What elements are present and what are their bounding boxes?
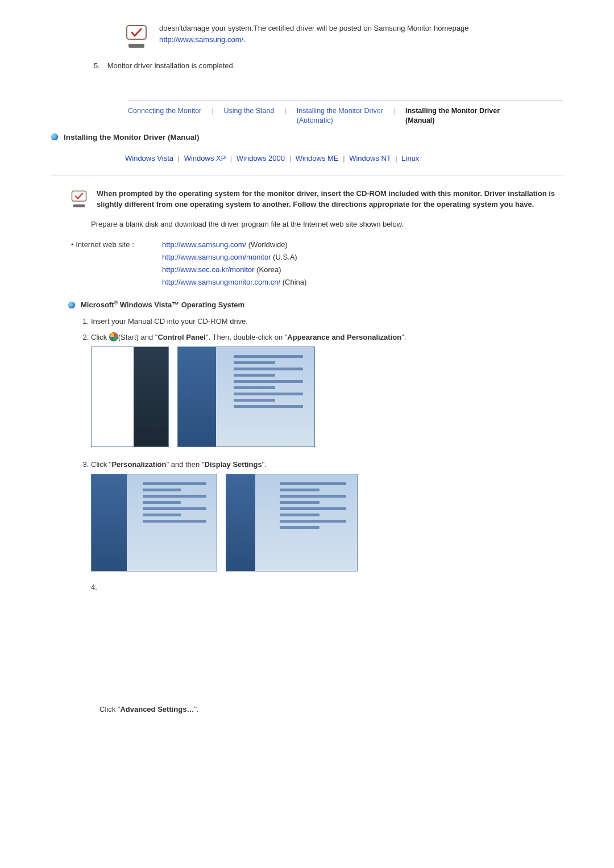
tab-sep: |	[211, 106, 213, 115]
bullet-icon	[51, 133, 58, 140]
url-suffix: (Korea)	[255, 265, 281, 274]
svg-rect-1	[73, 204, 85, 207]
tab-driver-auto[interactable]: Installing the Monitor Driver (Automatic…	[297, 106, 383, 126]
url-china[interactable]: http://www.samsungmonitor.com.cn/	[162, 278, 280, 286]
prompt-text: When prompted by the operating system fo…	[97, 188, 563, 210]
heading-install-manual: Installing the Monitor Driver (Manual)	[51, 133, 563, 141]
tab-sep: |	[393, 106, 395, 115]
section-tabs: Connecting the Monitor | Using the Stand…	[128, 100, 563, 126]
link-xp[interactable]: Windows XP	[184, 154, 226, 162]
prepare-text: Prepare a blank disk and download the dr…	[91, 219, 563, 230]
os-link-row: Windows Vista | Windows XP | Windows 200…	[125, 154, 563, 162]
vista-steps: Insert your Manual CD into your CD-ROM d…	[77, 315, 563, 571]
intro-text: doesn'tdamage your system.The certified …	[159, 23, 563, 45]
url-suffix: (Worldwide)	[246, 240, 288, 249]
divider: |	[230, 154, 232, 162]
url-suffix: (China)	[280, 278, 306, 286]
driver-check-icon-small	[71, 190, 88, 211]
heading-text: Installing the Monitor Driver (Manual)	[64, 133, 200, 141]
url-usa[interactable]: http://www.samsung.com/monitor	[162, 253, 271, 261]
step-5-text: Monitor driver installation is completed…	[107, 61, 235, 70]
svg-rect-0	[128, 44, 144, 48]
samsung-link[interactable]: http://www.samsung.com/	[159, 35, 243, 44]
link-linux[interactable]: Linux	[401, 154, 419, 162]
step-5-row: 5. Monitor driver installation is comple…	[94, 60, 563, 72]
step-1: Insert your Manual CD into your CD-ROM d…	[91, 315, 563, 328]
prompt-block: When prompted by the operating system fo…	[71, 188, 563, 211]
heading-vista: Microsoft® Windows Vista™ Operating Syst…	[68, 300, 563, 309]
internet-label: Internet web site :	[71, 239, 151, 289]
link-nt[interactable]: Windows NT	[349, 154, 391, 162]
url-worldwide[interactable]: http://www.samsung.com/	[162, 240, 246, 249]
start-orb-icon	[109, 332, 118, 341]
link-2000[interactable]: Windows 2000	[237, 154, 285, 162]
divider-line	[51, 175, 563, 176]
divider: |	[289, 154, 291, 162]
step-number: 5.	[94, 60, 105, 72]
tab-connect[interactable]: Connecting the Monitor	[128, 106, 201, 126]
link-me[interactable]: Windows ME	[296, 154, 339, 162]
tab-driver-manual[interactable]: Installing the Monitor Driver (Manual)	[405, 106, 500, 126]
display-settings-screenshot	[226, 474, 358, 571]
url-korea[interactable]: http://www.sec.co.kr/monitor	[162, 265, 255, 274]
control-panel-screenshot	[177, 347, 315, 447]
link-vista[interactable]: Windows Vista	[125, 154, 173, 162]
divider: |	[178, 154, 180, 162]
internet-sites: Internet web site : http://www.samsung.c…	[71, 239, 563, 289]
bullet-icon	[68, 302, 75, 308]
divider: |	[395, 154, 397, 162]
step-4-text: Click "Advanced Settings…".	[99, 705, 563, 713]
start-menu-screenshot	[91, 347, 169, 447]
tab-sep: |	[284, 106, 286, 115]
url-suffix: (U.S.A)	[271, 253, 297, 261]
tab-stand[interactable]: Using the Stand	[224, 106, 275, 126]
driver-check-icon	[125, 24, 148, 50]
step-3: Click "Personalization" and then "Displa…	[91, 458, 563, 571]
period: .	[243, 35, 246, 44]
heading-vista-text: Microsoft® Windows Vista™ Operating Syst…	[81, 300, 244, 309]
personalization-screenshot	[91, 474, 217, 571]
step-2: Click (Start) and "Control Panel". Then,…	[91, 331, 563, 447]
divider: |	[343, 154, 345, 162]
step-4-number: 4.	[91, 583, 563, 591]
internet-url-list: http://www.samsung.com/ (Worldwide) http…	[162, 239, 306, 289]
intro-line: doesn'tdamage your system.The certified …	[159, 24, 468, 32]
